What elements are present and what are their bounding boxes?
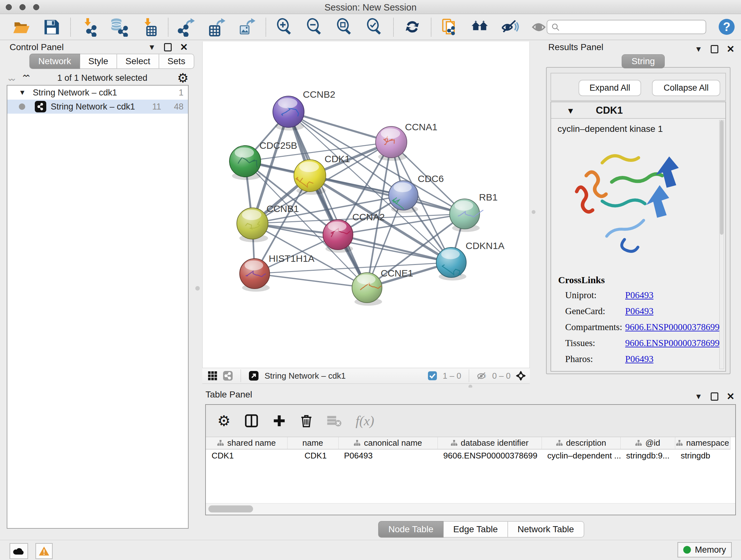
column-header-description[interactable]: description bbox=[542, 437, 620, 449]
node-CDKN1A[interactable]: CDKN1A bbox=[436, 240, 504, 280]
close-panel-icon[interactable]: ✕ bbox=[180, 42, 188, 53]
search-box[interactable] bbox=[547, 20, 706, 34]
show-columns-icon[interactable] bbox=[245, 414, 259, 428]
table-cell[interactable]: stringdb bbox=[675, 449, 730, 462]
add-column-icon[interactable] bbox=[273, 414, 286, 428]
memory-button[interactable]: Memory bbox=[677, 542, 732, 557]
warning-icon bbox=[39, 546, 50, 556]
column-header-shared-name[interactable]: shared name bbox=[206, 437, 287, 449]
edge-HIST1H1A-CCNE1[interactable] bbox=[255, 273, 367, 288]
gene-section-header[interactable]: ▼ CDK1 bbox=[551, 102, 725, 119]
network-canvas[interactable]: CCNB2CCNA1CDC25BCDK1CDC6RB1CCNB1CCNA2CDK… bbox=[202, 42, 530, 368]
tab-network-table[interactable]: Network Table bbox=[508, 521, 584, 538]
column-header-namespace[interactable]: namespace bbox=[675, 437, 730, 449]
maximize-table-icon[interactable] bbox=[711, 392, 718, 401]
maximize-results-icon[interactable] bbox=[711, 45, 718, 53]
node-CCNA1[interactable]: CCNA1 bbox=[376, 122, 437, 161]
network-status-dot-icon bbox=[19, 104, 25, 110]
tab-node-table[interactable]: Node Table bbox=[378, 521, 444, 538]
table-cell[interactable]: 9606.ENSP00000378699 bbox=[437, 449, 542, 462]
column-header-name[interactable]: name bbox=[287, 437, 338, 449]
tab-network[interactable]: Network bbox=[29, 54, 80, 69]
network-tree-row[interactable]: ▼ String Network – cdk1 1 bbox=[7, 85, 188, 100]
node-CDK1[interactable]: CDK1 bbox=[294, 153, 350, 195]
import-network-file-icon[interactable] bbox=[79, 17, 99, 37]
results-scrollbar[interactable] bbox=[719, 120, 724, 369]
column-header-database-identifier[interactable]: database identifier bbox=[437, 437, 542, 449]
crosslink-link[interactable]: P06493 bbox=[625, 290, 654, 300]
node-CCNB2[interactable]: CCNB2 bbox=[273, 89, 335, 131]
selected-checkbox-icon[interactable] bbox=[427, 370, 438, 381]
close-table-icon[interactable]: ✕ bbox=[727, 391, 735, 402]
crosslink-link[interactable]: P06493 bbox=[625, 354, 654, 364]
help-icon[interactable]: ? bbox=[719, 19, 735, 35]
collapse-all-networks-icon[interactable]: ⌄⌄ bbox=[7, 73, 13, 83]
grid-view-icon[interactable] bbox=[207, 370, 218, 381]
maximize-panel-icon[interactable] bbox=[164, 43, 172, 51]
tab-style[interactable]: Style bbox=[80, 54, 117, 69]
zoom-out-icon[interactable] bbox=[305, 17, 325, 37]
float-results-icon[interactable]: ▼ bbox=[695, 45, 702, 54]
table-cell[interactable]: CDK1 bbox=[287, 449, 338, 462]
show-hide-graphics-icon[interactable] bbox=[500, 17, 520, 37]
import-network-database-icon[interactable] bbox=[109, 17, 130, 37]
table-options-gear-icon[interactable]: ⚙ bbox=[217, 415, 230, 427]
table-horizontal-scrollbar[interactable] bbox=[206, 503, 735, 515]
network-tree-row[interactable]: String Network – cdk1 1148 bbox=[7, 100, 188, 114]
function-builder-icon[interactable]: f(x) bbox=[355, 413, 374, 428]
tab-sets[interactable]: Sets bbox=[159, 54, 194, 69]
birds-eye-view-icon[interactable] bbox=[515, 370, 527, 381]
warning-status-button[interactable] bbox=[36, 543, 53, 559]
save-session-icon[interactable] bbox=[42, 17, 62, 37]
detach-view-icon[interactable] bbox=[248, 370, 259, 381]
network-options-gear-icon[interactable]: ⚙ bbox=[177, 71, 189, 84]
network-share-icon[interactable] bbox=[222, 370, 233, 381]
tab-select[interactable]: Select bbox=[117, 54, 159, 69]
first-neighbors-icon[interactable] bbox=[470, 17, 490, 37]
table-row[interactable]: CDK1CDK1P064939606.ENSP00000378699cyclin… bbox=[206, 449, 730, 462]
search-input[interactable] bbox=[562, 22, 705, 32]
table-cell[interactable]: cyclin–dependent ... bbox=[542, 449, 620, 462]
expand-all-button[interactable]: Expand All bbox=[579, 80, 641, 96]
tab-edge-table[interactable]: Edge Table bbox=[444, 521, 508, 538]
hidden-eye-icon[interactable] bbox=[476, 370, 488, 381]
node-table[interactable]: shared namenamecanonical namedatabase id… bbox=[206, 437, 735, 503]
collapse-all-button[interactable]: Collapse All bbox=[652, 80, 720, 96]
column-header-canonical-name[interactable]: canonical name bbox=[338, 437, 437, 449]
right-splitter-handle[interactable] bbox=[532, 210, 536, 214]
column-header--id[interactable]: @id bbox=[620, 437, 675, 449]
expand-all-networks-icon[interactable]: ⌃⌃ bbox=[21, 73, 28, 83]
table-cell[interactable]: P06493 bbox=[338, 449, 437, 462]
open-session-icon[interactable] bbox=[11, 17, 32, 37]
collapse-section-icon[interactable]: ▼ bbox=[566, 106, 575, 116]
left-splitter-handle[interactable] bbox=[195, 286, 200, 291]
zoom-in-icon[interactable] bbox=[274, 17, 295, 37]
float-panel-icon[interactable]: ▼ bbox=[148, 43, 156, 52]
collapse-arrow-icon[interactable]: ▼ bbox=[19, 88, 26, 97]
delete-column-icon[interactable] bbox=[300, 414, 313, 428]
crosslink-link[interactable]: 9606.ENSP00000378699 bbox=[625, 322, 720, 332]
crosslink-link[interactable]: 9606.ENSP00000378699 bbox=[625, 338, 720, 348]
crosslink-row: GeneCard:P06493 bbox=[558, 306, 720, 316]
node-CDC25B[interactable]: CDC25B bbox=[229, 140, 297, 180]
cloud-status-button[interactable] bbox=[10, 543, 28, 559]
export-network-icon[interactable] bbox=[177, 17, 197, 37]
export-table-icon[interactable] bbox=[207, 17, 227, 37]
node-count: 11 bbox=[152, 102, 161, 112]
export-image-icon[interactable] bbox=[237, 17, 257, 37]
clone-network-icon[interactable] bbox=[440, 17, 460, 37]
table-cell[interactable]: CDK1 bbox=[206, 449, 287, 462]
tab-string[interactable]: String bbox=[622, 54, 665, 68]
zoom-fit-icon[interactable] bbox=[334, 17, 355, 37]
table-cell[interactable]: stringdb:9... bbox=[620, 449, 675, 462]
refresh-layout-icon[interactable] bbox=[402, 17, 422, 37]
node-CCNB1[interactable]: CCNB1 bbox=[237, 203, 299, 242]
import-table-file-icon[interactable] bbox=[139, 17, 159, 37]
zoom-selected-icon[interactable] bbox=[364, 17, 385, 37]
float-table-icon[interactable]: ▼ bbox=[695, 392, 702, 401]
close-results-icon[interactable]: ✕ bbox=[727, 44, 735, 55]
crosslink-link[interactable]: P06493 bbox=[625, 306, 654, 316]
node-RB1[interactable]: RB1 bbox=[450, 192, 497, 232]
delete-table-icon[interactable] bbox=[327, 415, 341, 427]
node-CCNE1[interactable]: CCNE1 bbox=[352, 268, 413, 306]
